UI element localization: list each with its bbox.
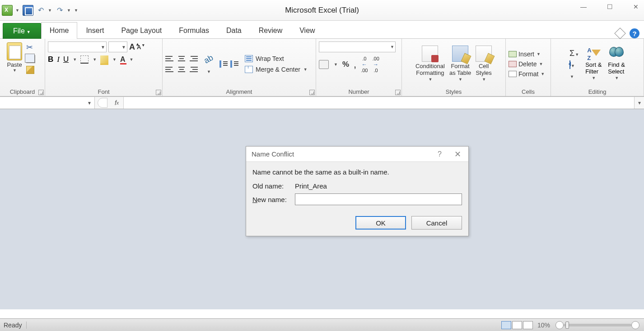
redo-dropdown[interactable]: ▼	[67, 8, 71, 13]
comma-style-icon[interactable]: ,	[354, 62, 356, 67]
autosum-button[interactable]: Σ▼	[569, 49, 579, 58]
help-icon[interactable]: ?	[630, 28, 639, 38]
title-bar: ▼ ↶▼ ↷▼ ▼ Microsoft Excel (Trial) — ☐ ✕	[0, 0, 644, 21]
align-center-icon[interactable]	[177, 66, 186, 73]
excel-icon-dropdown[interactable]: ▼	[15, 8, 20, 13]
view-page-break-icon[interactable]	[523, 321, 533, 329]
font-dialog-launcher[interactable]	[156, 90, 161, 95]
qat-customize-dropdown[interactable]: ▼	[74, 8, 79, 13]
save-icon[interactable]	[23, 5, 33, 16]
number-dialog-launcher[interactable]	[395, 90, 401, 95]
orientation-icon[interactable]: ab	[202, 53, 215, 65]
cell-styles-button[interactable]: Cell Styles▼	[476, 46, 492, 83]
dialog-help-icon[interactable]: ?	[434, 150, 445, 158]
border-dropdown[interactable]: ▼	[93, 57, 97, 62]
minimize-button[interactable]: —	[577, 2, 590, 12]
merge-center-button[interactable]: Merge & Center▼	[245, 66, 308, 73]
align-top-icon[interactable]	[165, 55, 174, 62]
clipboard-dialog-launcher[interactable]	[38, 90, 44, 95]
font-color-button[interactable]: A	[120, 55, 126, 64]
alignment-dialog-launcher[interactable]	[309, 90, 315, 95]
dialog-message: Name cannot be the same as a built-in na…	[252, 168, 462, 176]
paste-button[interactable]: Paste ▼	[3, 41, 26, 87]
decrease-indent-icon[interactable]	[219, 60, 228, 68]
format-cells-button[interactable]: Format▼	[509, 70, 548, 78]
view-normal-icon[interactable]	[501, 321, 511, 329]
italic-button[interactable]: I	[57, 55, 60, 64]
zoom-slider-thumb[interactable]	[565, 322, 569, 329]
decrease-decimal-icon[interactable]: .00→.0	[372, 56, 379, 73]
format-as-table-button[interactable]: Format as Table▼	[449, 46, 471, 83]
tab-view[interactable]: View	[291, 22, 323, 39]
maximize-button[interactable]: ☐	[603, 2, 616, 12]
delete-cells-button[interactable]: Delete▼	[509, 60, 548, 68]
increase-indent-icon[interactable]	[230, 60, 238, 68]
find-select-button[interactable]: Find & Select▼	[608, 47, 625, 82]
insert-cells-button[interactable]: Insert▼	[509, 51, 548, 58]
group-label-number: Number	[319, 87, 399, 96]
dialog-titlebar[interactable]: Name Conflict ? ✕	[246, 147, 468, 162]
currency-icon[interactable]	[319, 60, 329, 69]
increase-decimal-icon[interactable]: .0←.00	[361, 56, 368, 73]
tab-page-layout[interactable]: Page Layout	[112, 22, 170, 39]
orientation-dropdown[interactable]: ▼	[207, 69, 211, 74]
dialog-cancel-button[interactable]: Cancel	[411, 216, 462, 230]
group-number: ▼ ▼ % , .0←.00 .00→.0 Number	[316, 39, 402, 96]
new-name-input[interactable]	[295, 193, 462, 205]
fill-color-dropdown[interactable]: ▼	[112, 57, 117, 62]
tab-file[interactable]: File▼	[3, 23, 41, 39]
tab-insert[interactable]: Insert	[77, 22, 112, 39]
percent-icon[interactable]: %	[342, 60, 349, 69]
formula-input[interactable]	[124, 97, 634, 109]
worksheet-area[interactable]: Name Conflict ? ✕ Name cannot be the sam…	[0, 109, 644, 309]
font-color-dropdown[interactable]: ▼	[130, 57, 134, 62]
tab-formulas[interactable]: Formulas	[170, 22, 218, 39]
zoom-slider[interactable]	[564, 324, 631, 326]
zoom-level[interactable]: 10%	[537, 322, 550, 329]
name-box-handle[interactable]	[98, 98, 107, 108]
cut-icon[interactable]: ✂	[26, 42, 35, 52]
font-size-combo[interactable]: ▼	[108, 41, 127, 52]
currency-dropdown[interactable]: ▼	[334, 62, 338, 67]
fill-color-button[interactable]	[100, 55, 108, 64]
excel-icon[interactable]	[2, 5, 13, 16]
copy-icon[interactable]	[26, 55, 35, 63]
font-name-combo[interactable]: ▼	[48, 41, 107, 52]
close-button[interactable]: ✕	[630, 2, 642, 12]
group-cells: Insert▼ Delete▼ Format▼ Cells	[506, 39, 551, 96]
sort-filter-button[interactable]: Sort & Filter▼	[585, 47, 602, 82]
fx-icon[interactable]: fx	[110, 97, 124, 109]
formula-bar-expand[interactable]: ▾	[634, 97, 644, 109]
paste-dropdown[interactable]: ▼	[13, 68, 17, 73]
format-painter-icon[interactable]	[26, 66, 34, 74]
clear-button[interactable]: ▼	[569, 72, 579, 80]
collapse-ribbon-icon[interactable]	[614, 28, 625, 39]
underline-dropdown[interactable]: ▼	[73, 57, 77, 62]
tab-home[interactable]: Home	[41, 22, 78, 39]
tab-data[interactable]: Data	[218, 22, 250, 39]
align-left-icon[interactable]	[165, 66, 174, 73]
undo-dropdown[interactable]: ▼	[48, 8, 52, 13]
name-conflict-dialog: Name Conflict ? ✕ Name cannot be the sam…	[246, 146, 469, 236]
align-right-icon[interactable]	[189, 66, 198, 73]
grow-font-icon[interactable]: A▴	[129, 42, 135, 52]
dialog-close-icon[interactable]: ✕	[445, 149, 463, 159]
fill-button[interactable]: ▼	[569, 61, 579, 69]
name-box[interactable]: ▼	[0, 97, 95, 109]
border-button[interactable]	[80, 55, 89, 64]
align-middle-icon[interactable]	[177, 55, 186, 62]
redo-icon[interactable]: ↷	[55, 6, 64, 15]
bold-button[interactable]: B	[48, 55, 53, 64]
conditional-formatting-button[interactable]: Conditional Formatting▼	[415, 46, 445, 83]
underline-button[interactable]: U	[63, 55, 69, 64]
tab-review[interactable]: Review	[250, 22, 291, 39]
group-label-alignment: Alignment	[165, 87, 313, 96]
shrink-font-icon[interactable]: A▾	[137, 44, 141, 51]
view-page-layout-icon[interactable]	[512, 321, 522, 329]
group-label-editing: Editing	[554, 87, 641, 96]
number-format-combo[interactable]: ▼	[319, 41, 396, 52]
align-bottom-icon[interactable]	[189, 55, 198, 62]
dialog-ok-button[interactable]: OK	[355, 216, 406, 230]
undo-icon[interactable]: ↶	[36, 6, 45, 15]
wrap-text-button[interactable]: Wrap Text	[245, 55, 308, 62]
